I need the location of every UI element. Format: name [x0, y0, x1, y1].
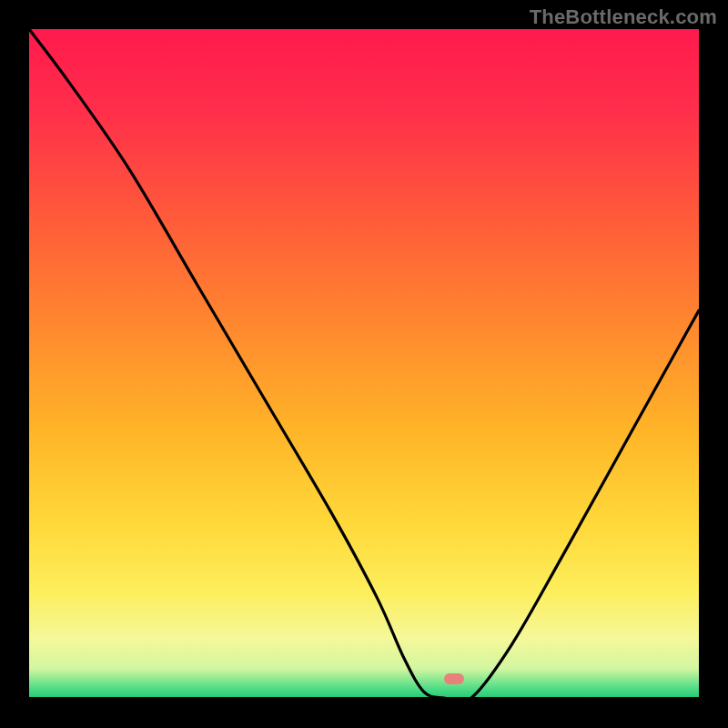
watermark-text: TheBottleneck.com	[530, 5, 717, 29]
plot-area	[29, 29, 699, 699]
svg-rect-0	[29, 29, 699, 699]
chart-frame: TheBottleneck.com	[0, 0, 728, 728]
background-heatmap-gradient	[29, 29, 699, 699]
optimal-point-marker	[444, 673, 464, 684]
